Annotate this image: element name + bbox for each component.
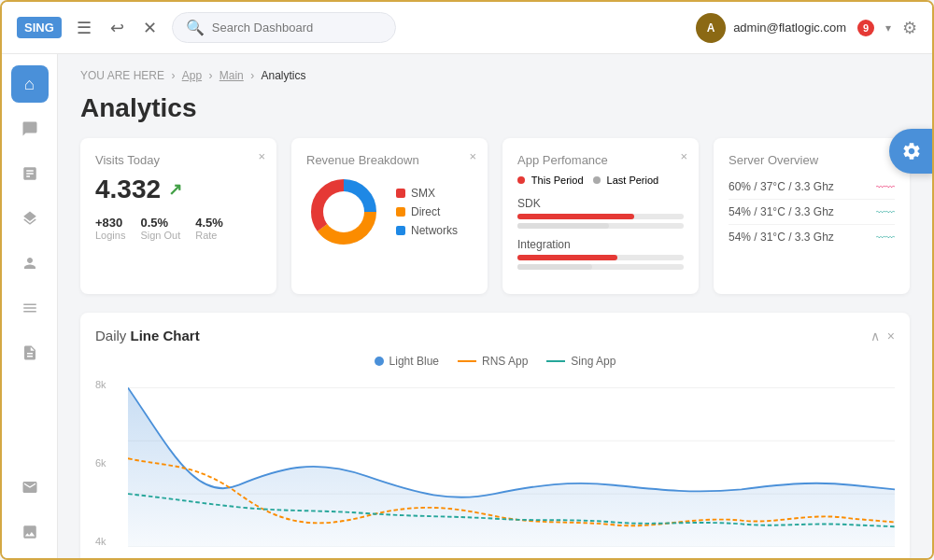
back-icon[interactable]: ↩ [106, 14, 128, 42]
server-row-2: 54% / 31°C / 3.3 Ghz 〰〰 [729, 200, 895, 225]
layout: ⌂ YOU ARE [2, 54, 932, 560]
close-icon[interactable]: ✕ [139, 14, 161, 42]
topbar-right: A admin@flatlogic.com 9 ▾ ⚙ [696, 13, 917, 43]
visits-card-close[interactable]: × [258, 149, 265, 163]
chart-close-icon[interactable]: × [887, 329, 895, 343]
stat-logins: +830 Logins [95, 216, 125, 241]
perf-sdk: SDK [517, 197, 684, 229]
legend-light-blue: Light Blue [375, 355, 439, 368]
line-chart-section: Daily Line Chart ∧ × Light Blue RNS App [80, 313, 910, 560]
sparkline-icon-1: 〰〰 [876, 182, 895, 192]
breadcrumb: YOU ARE HERE › App › Main › Analytics [80, 69, 910, 82]
notification-badge[interactable]: 9 [857, 20, 874, 36]
performance-card-close[interactable]: × [680, 149, 687, 163]
search-icon: 🔍 [186, 19, 205, 36]
revenue-card-close[interactable]: × [469, 149, 476, 163]
this-period-label: This Period [517, 175, 584, 186]
main-content: YOU ARE HERE › App › Main › Analytics An… [58, 54, 932, 560]
sidebar-item-image[interactable] [11, 513, 49, 551]
sidebar-item-analytics[interactable] [11, 155, 49, 192]
gear-icon[interactable]: ⚙ [902, 18, 917, 38]
legend-smx: SMX [396, 187, 458, 200]
sidebar-item-layers[interactable] [11, 200, 49, 237]
chart-header: Daily Line Chart ∧ × [95, 328, 895, 343]
svg-point-4 [323, 191, 364, 232]
legend-direct: Direct [396, 205, 458, 218]
revenue-card-title: Revenue Breakdown [306, 153, 473, 167]
server-row-1: 60% / 37°C / 3.3 Ghz 〰〰 [729, 175, 895, 200]
revenue-card: Revenue Breakdown × [291, 138, 488, 294]
chart-actions: ∧ × [870, 329, 895, 343]
sidebar: ⌂ [2, 54, 58, 560]
visits-card: Visits Today × 4.332 ↗ +830 Logins 0.5% … [80, 138, 276, 294]
legend-sing-app: Sing App [546, 355, 616, 368]
sparkline-icon-2: 〰〰 [876, 207, 895, 217]
sidebar-item-user[interactable] [11, 245, 49, 282]
legend-rns-app: RNS App [458, 355, 528, 368]
search-input[interactable] [212, 21, 361, 35]
area-fill [128, 387, 895, 547]
visits-card-title: Visits Today [95, 153, 262, 167]
user-info[interactable]: A admin@flatlogic.com [696, 13, 846, 43]
sidebar-item-home[interactable]: ⌂ [11, 65, 49, 103]
sidebar-item-list[interactable] [11, 289, 49, 327]
server-card-title: Server Overview [729, 153, 895, 167]
chart-area: 8k 6k 4k [95, 379, 895, 560]
user-email: admin@flatlogic.com [733, 21, 846, 35]
visits-arrow-icon: ↗ [168, 179, 182, 200]
sparkline-icon-3: 〰〰 [876, 232, 895, 243]
search-bar[interactable]: 🔍 [172, 12, 396, 43]
revenue-inner: SMX Direct Networks [306, 175, 473, 249]
avatar: A [696, 13, 726, 43]
donut-chart [306, 175, 381, 249]
line-light-blue [128, 387, 895, 497]
visits-value: 4.332 ↗ [95, 175, 262, 204]
sidebar-item-mail[interactable] [11, 469, 49, 506]
chevron-down-icon[interactable]: ▾ [885, 21, 891, 35]
chart-collapse-icon[interactable]: ∧ [870, 329, 880, 343]
breadcrumb-you-are-here: YOU ARE HERE [80, 69, 164, 82]
performance-card: App Perfomance × This Period Last Period… [502, 138, 699, 294]
chart-title: Daily Line Chart [95, 328, 200, 343]
chart-y-labels: 8k 6k 4k [95, 379, 123, 547]
chart-legend: Light Blue RNS App Sing App [95, 355, 895, 368]
perf-periods: This Period Last Period [517, 175, 684, 186]
performance-card-title: App Perfomance [517, 153, 684, 167]
fab-settings[interactable] [889, 129, 932, 174]
page-title: Analytics [80, 93, 910, 123]
legend-networks: Networks [396, 224, 458, 237]
sidebar-item-chat[interactable] [11, 110, 49, 147]
perf-integration: Integration [517, 238, 684, 270]
stat-rate: 4.5% Rate [195, 216, 223, 241]
server-row-3: 54% / 31°C / 3.3 Ghz 〰〰 [729, 225, 895, 249]
chart-svg-wrapper [128, 379, 895, 547]
last-period-label: Last Period [593, 175, 659, 186]
cards-row: Visits Today × 4.332 ↗ +830 Logins 0.5% … [80, 138, 910, 294]
stat-signout: 0.5% Sign Out [140, 216, 180, 241]
line-chart-svg [128, 379, 895, 547]
breadcrumb-current: Analytics [261, 69, 305, 82]
breadcrumb-main[interactable]: Main [219, 69, 244, 82]
breadcrumb-app[interactable]: App [182, 69, 202, 82]
server-card: Server Overview × 60% / 37°C / 3.3 Ghz 〰… [714, 138, 910, 294]
sidebar-item-document[interactable] [11, 334, 49, 371]
donut-svg [306, 175, 381, 249]
donut-legend: SMX Direct Networks [396, 187, 458, 237]
topbar: SING ☰ ↩ ✕ 🔍 A admin@flatlogic.com 9 ▾ ⚙ [2, 2, 932, 54]
menu-icon[interactable]: ☰ [73, 14, 95, 42]
visits-stats: +830 Logins 0.5% Sign Out 4.5% Rate [95, 216, 262, 241]
logo: SING [17, 17, 62, 38]
